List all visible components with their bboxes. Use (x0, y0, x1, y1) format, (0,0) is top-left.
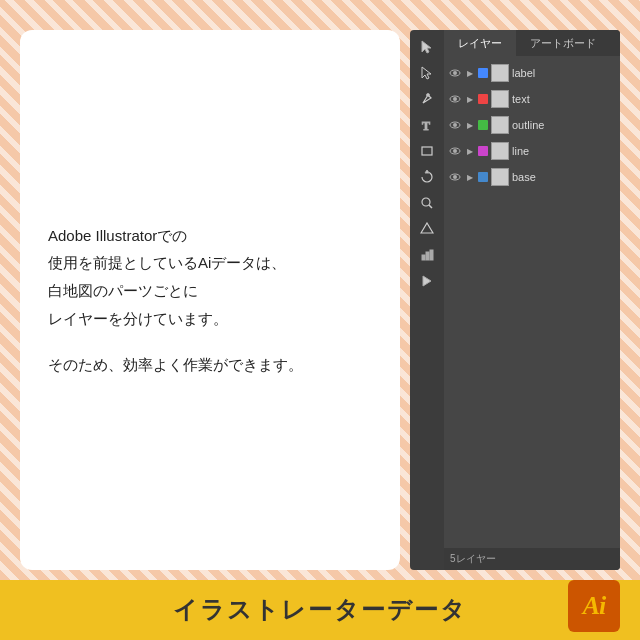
layer-count-text: 5レイヤー (450, 552, 496, 566)
rectangle-tool-icon[interactable] (416, 140, 438, 162)
layer-row[interactable]: ▶ outline (444, 112, 620, 138)
direct-select-icon[interactable] (416, 62, 438, 84)
svg-point-2 (427, 94, 430, 97)
svg-marker-8 (421, 223, 433, 233)
banner-label: イラストレーターデータ (173, 594, 467, 626)
type-tool-icon[interactable]: T (416, 114, 438, 136)
svg-point-22 (453, 175, 457, 179)
layer-name: line (512, 145, 616, 157)
panel-statusbar: 5レイヤー (444, 548, 620, 570)
layer-list: ▶ label ▶ text (444, 56, 620, 548)
expand-icon[interactable]: ▶ (465, 172, 475, 182)
graph-tool-icon[interactable] (416, 244, 438, 266)
layer-thumbnail (491, 116, 509, 134)
play-icon[interactable] (416, 270, 438, 292)
card-line4: レイヤーを分けています。 (48, 310, 228, 327)
expand-icon[interactable]: ▶ (465, 68, 475, 78)
shape-tool-icon[interactable] (416, 218, 438, 240)
layers-panel: レイヤー アートボード ▶ label (444, 30, 620, 570)
layer-color-swatch (478, 172, 488, 182)
visibility-icon[interactable] (448, 92, 462, 106)
card-line1: Adobe Illustratorでの (48, 227, 187, 244)
pen-tool-icon[interactable] (416, 88, 438, 110)
svg-marker-0 (422, 41, 431, 53)
svg-point-18 (453, 123, 457, 127)
svg-marker-5 (425, 170, 429, 173)
visibility-icon[interactable] (448, 170, 462, 184)
ai-logo-box: Ai (568, 580, 620, 632)
tab-artboard[interactable]: アートボード (516, 30, 610, 56)
layer-color-swatch (478, 68, 488, 78)
panel-tabs: レイヤー アートボード (444, 30, 620, 56)
svg-rect-9 (422, 255, 425, 260)
layer-row[interactable]: ▶ line (444, 138, 620, 164)
layer-color-swatch (478, 94, 488, 104)
layer-thumbnail (491, 168, 509, 186)
layer-color-swatch (478, 146, 488, 156)
content-wrapper: Adobe Illustratorでの 使用を前提としているAiデータは、 白地… (0, 0, 640, 640)
expand-icon[interactable]: ▶ (465, 120, 475, 130)
svg-point-20 (453, 149, 457, 153)
info-card: Adobe Illustratorでの 使用を前提としているAiデータは、 白地… (20, 30, 400, 570)
card-text-block1: Adobe Illustratorでの 使用を前提としているAiデータは、 白地… (48, 222, 372, 333)
rotate-tool-icon[interactable] (416, 166, 438, 188)
illustrator-panel: T (410, 30, 620, 570)
layer-thumbnail (491, 90, 509, 108)
svg-line-7 (429, 205, 432, 208)
svg-rect-4 (422, 147, 432, 155)
layer-color-swatch (478, 120, 488, 130)
svg-rect-11 (430, 250, 433, 260)
layer-name: base (512, 171, 616, 183)
svg-rect-10 (426, 252, 429, 260)
bottom-banner: イラストレーターデータ Ai (0, 580, 640, 640)
svg-marker-12 (423, 276, 431, 286)
svg-point-6 (422, 198, 430, 206)
card-line5: そのため、効率よく作業ができます。 (48, 356, 303, 373)
expand-icon[interactable]: ▶ (465, 146, 475, 156)
svg-point-16 (453, 97, 457, 101)
visibility-icon[interactable] (448, 66, 462, 80)
card-line2: 使用を前提としているAiデータは、 (48, 254, 286, 271)
svg-point-14 (453, 71, 457, 75)
layer-name: outline (512, 119, 616, 131)
layer-row[interactable]: ▶ base (444, 164, 620, 190)
expand-icon[interactable]: ▶ (465, 94, 475, 104)
visibility-icon[interactable] (448, 118, 462, 132)
card-line3: 白地図のパーツごとに (48, 282, 198, 299)
svg-marker-1 (422, 67, 431, 79)
zoom-tool-icon[interactable] (416, 192, 438, 214)
visibility-icon[interactable] (448, 144, 462, 158)
tab-layers[interactable]: レイヤー (444, 30, 516, 56)
main-area: Adobe Illustratorでの 使用を前提としているAiデータは、 白地… (0, 0, 640, 580)
layer-row[interactable]: ▶ text (444, 86, 620, 112)
layer-name: label (512, 67, 616, 79)
ai-toolbar: T (410, 30, 444, 570)
layer-name: text (512, 93, 616, 105)
layer-thumbnail (491, 64, 509, 82)
svg-text:T: T (422, 119, 430, 132)
card-text-block2: そのため、効率よく作業ができます。 (48, 351, 372, 379)
layer-row[interactable]: ▶ label (444, 60, 620, 86)
layer-thumbnail (491, 142, 509, 160)
selection-tool-icon[interactable] (416, 36, 438, 58)
ai-logo-text: Ai (583, 591, 606, 621)
